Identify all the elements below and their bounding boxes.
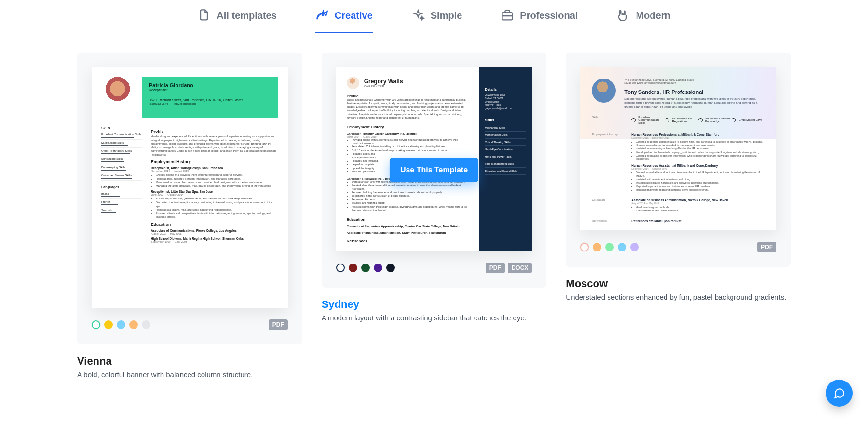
svg-point-0 bbox=[322, 15, 323, 16]
format-badge: DOCX bbox=[508, 263, 532, 273]
template-desc: A bold, colorful banner with balanced co… bbox=[77, 370, 302, 379]
files-icon bbox=[197, 9, 211, 22]
swatch[interactable] bbox=[142, 320, 150, 329]
swatch[interactable] bbox=[630, 243, 639, 251]
swatch[interactable] bbox=[374, 264, 382, 272]
avatar bbox=[347, 77, 359, 89]
tab-label: Modern bbox=[636, 10, 670, 21]
swatch[interactable] bbox=[618, 243, 626, 251]
person-name: Patricia Giordano bbox=[149, 82, 271, 88]
format-badge: PDF bbox=[486, 263, 505, 273]
format-badge: PDF bbox=[757, 242, 776, 252]
rock-on-icon bbox=[616, 9, 630, 22]
preview: Patricia Giordano Receptionist 3620 Ettl… bbox=[92, 67, 288, 308]
template-desc: A modern layout with a contrasting sideb… bbox=[322, 314, 547, 322]
swatch[interactable] bbox=[129, 320, 138, 329]
card[interactable]: Patricia Giordano Receptionist 3620 Ettl… bbox=[77, 53, 302, 344]
template-card-sydney: Gregory Walls CARPENTER Profile Skilled … bbox=[322, 53, 547, 379]
avatar bbox=[101, 77, 142, 118]
preview: 74 Fountainhead Drive, Stamford, CT 0690… bbox=[580, 67, 776, 230]
avatar bbox=[592, 79, 616, 103]
template-card-vienna: Patricia Giordano Receptionist 3620 Ettl… bbox=[77, 53, 302, 379]
use-template-button[interactable]: Use This Template bbox=[390, 158, 478, 182]
tab-professional[interactable]: Professional bbox=[501, 9, 578, 33]
tab-label: All templates bbox=[217, 10, 276, 21]
swatch[interactable] bbox=[117, 320, 125, 329]
tab-all-templates[interactable]: All templates bbox=[197, 9, 276, 33]
tab-creative[interactable]: Creative bbox=[315, 9, 373, 33]
swatch[interactable] bbox=[349, 264, 357, 272]
swatch[interactable] bbox=[336, 264, 345, 272]
sparkle-icon bbox=[411, 9, 425, 22]
card[interactable]: Gregory Walls CARPENTER Profile Skilled … bbox=[322, 53, 547, 288]
briefcase-icon bbox=[501, 9, 514, 22]
person-title: CARPENTER bbox=[364, 85, 385, 88]
person-name: Gregory Walls bbox=[364, 78, 403, 85]
template-title[interactable]: Vienna bbox=[77, 355, 302, 368]
swatch[interactable] bbox=[361, 264, 370, 272]
card[interactable]: 74 Fountainhead Drive, Stamford, CT 0690… bbox=[566, 53, 791, 267]
swatch[interactable] bbox=[92, 320, 100, 329]
tab-modern[interactable]: Modern bbox=[616, 9, 670, 33]
template-desc: Understated sections enhanced by fun, pa… bbox=[566, 293, 791, 301]
template-card-moscow: 74 Fountainhead Drive, Stamford, CT 0690… bbox=[566, 53, 791, 379]
color-swatches bbox=[580, 243, 639, 251]
tab-label: Professional bbox=[520, 10, 578, 21]
person-title: Receptionist bbox=[149, 88, 168, 92]
category-tabs: All templates Creative Simple Profession… bbox=[0, 0, 868, 33]
address-line: 3620 Ettlehorn Street, San Francisco, CA… bbox=[149, 98, 271, 102]
template-title[interactable]: Moscow bbox=[566, 277, 791, 290]
unicorn-icon bbox=[315, 9, 329, 22]
template-title[interactable]: Sydney bbox=[322, 298, 547, 311]
tab-label: Creative bbox=[335, 10, 373, 21]
color-swatches bbox=[336, 264, 395, 272]
swatch[interactable] bbox=[593, 243, 601, 251]
swatch[interactable] bbox=[386, 264, 395, 272]
person-name: Tony Sanders, HR Professional bbox=[624, 89, 765, 95]
tab-simple[interactable]: Simple bbox=[411, 9, 462, 33]
swatch[interactable] bbox=[605, 243, 614, 251]
color-swatches bbox=[92, 320, 150, 329]
swatch[interactable] bbox=[104, 320, 113, 329]
tab-label: Simple bbox=[431, 10, 462, 21]
swatch[interactable] bbox=[580, 243, 589, 251]
format-badge: PDF bbox=[269, 319, 288, 330]
